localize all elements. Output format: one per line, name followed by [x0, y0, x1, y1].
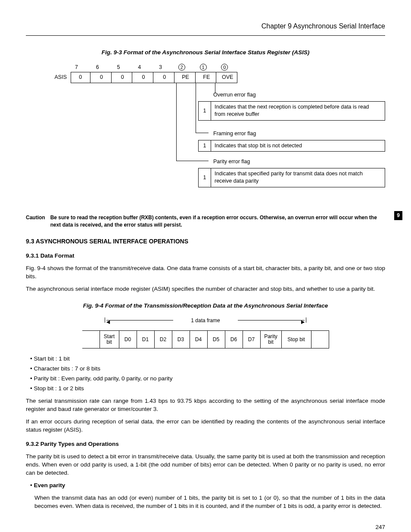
list-item: Start bit : 1 bit	[30, 355, 385, 363]
reg-cell: 0	[134, 72, 153, 83]
reg-cell: FE	[197, 72, 216, 83]
frame-cell: D0	[119, 330, 137, 348]
overrun-flag-block: Overrun error flag 1 Indicates that the …	[198, 91, 385, 121]
page-number: 247	[26, 523, 385, 532]
list-item: Character bits : 7 or 8 bits	[30, 365, 385, 373]
bit-num: 6	[88, 64, 107, 72]
caution-label: Caution	[26, 214, 50, 229]
list-item: Even parity	[30, 482, 385, 490]
parity-list: Even parity	[26, 482, 385, 490]
reg-cell: PE	[176, 72, 196, 83]
frame-range-arrow: ◄ 1 data frame ►	[106, 317, 305, 325]
bit-num: 3	[151, 64, 170, 72]
flag-label: Framing error flag	[198, 130, 385, 138]
frame-pre	[82, 330, 100, 348]
frame-cell: D3	[172, 330, 190, 348]
flag-value: 1	[199, 102, 211, 120]
bit-number-row: 7 6 5 4 3 2 1 0	[67, 63, 234, 72]
bit-definition-list: Start bit : 1 bit Character bits : 7 or …	[26, 355, 385, 393]
frame-cell: D6	[225, 330, 243, 348]
list-item: Parity bit : Even parity, odd parity, 0 …	[30, 375, 385, 383]
body-text: Fig. 9-4 shows the format of the transmi…	[26, 264, 385, 281]
bit-num-circled: 1	[200, 64, 207, 71]
flag-label: Parity error flag	[198, 158, 385, 166]
section-9-3-2-heading: 9.3.2 Parity Types and Operations	[26, 440, 385, 448]
reg-cell: 0	[155, 72, 174, 83]
frame-cell: D2	[154, 330, 172, 348]
caution-text: Be sure to read the reception buffer (RX…	[50, 214, 385, 229]
flag-description: Indicates that specified parity for tran…	[211, 168, 385, 187]
frame-cell: Parity bit	[260, 330, 281, 348]
frame-cell: D4	[190, 330, 207, 348]
reg-cell: OVE	[218, 72, 237, 83]
figure-9-3-title: Fig. 9-3 Format of the Asynchronous Seri…	[26, 49, 385, 57]
reg-cell: 0	[113, 72, 132, 83]
body-text: If an error occurs during reception of s…	[26, 418, 385, 434]
bit-num-circled: 2	[178, 64, 185, 71]
chapter-tab: 9	[394, 211, 402, 220]
frame-diagram: ◄ 1 data frame ► Start bit D0 D1 D2 D3 D…	[26, 317, 385, 348]
body-text: When the transmit data has an odd (or ev…	[26, 494, 385, 510]
frame-cell: Start bit	[100, 330, 119, 348]
reg-cell: 0	[71, 72, 90, 83]
register-cells: 0 0 0 0 0 PE FE OVE	[71, 72, 237, 83]
body-text: The asynchronous serial interface mode r…	[26, 285, 385, 293]
figure-9-4-title: Fig. 9-4 Format of the Transmission/Rece…	[26, 302, 385, 310]
register-row: ASIS 0 0 0 0 0 PE FE OVE	[52, 72, 237, 83]
frame-label: 1 data frame	[191, 317, 220, 324]
parity-flag-block: Parity error flag 1 Indicates that speci…	[198, 158, 385, 187]
section-9-3-1-heading: 9.3.1 Data Format	[26, 252, 385, 260]
frame-cell: D1	[137, 330, 154, 348]
section-9-3-heading: 9.3 ASYNCHRONOUS SERIAL INTERFACE OPERAT…	[26, 237, 385, 246]
framing-flag-block: Framing error flag 1 Indicates that stop…	[198, 130, 385, 152]
flag-description: Indicates that the next reception is com…	[211, 102, 385, 120]
register-name: ASIS	[52, 74, 69, 81]
caution-note: Caution Be sure to read the reception bu…	[26, 214, 385, 229]
bit-num-circled: 0	[221, 64, 228, 71]
frame-cell: D5	[207, 330, 225, 348]
body-text: The serial transmission rate can range f…	[26, 397, 385, 414]
connector-line	[196, 83, 196, 133]
flag-value: 1	[199, 168, 211, 187]
body-text: The parity bit is used to detect a bit e…	[26, 453, 385, 477]
frame-boxes: Start bit D0 D1 D2 D3 D4 D5 D6 D7 Parity…	[26, 330, 385, 348]
bit-num: 5	[109, 64, 128, 72]
flag-description: Indicates that stop bit is not detected	[211, 140, 385, 152]
reg-cell: 0	[92, 72, 112, 83]
bit-num: 7	[67, 64, 86, 72]
even-parity-label: Even parity	[34, 482, 65, 488]
flag-label: Overrun error flag	[198, 91, 385, 99]
register-diagram: 7 6 5 4 3 2 1 0 ASIS 0 0 0 0 0 PE FE OVE…	[26, 63, 385, 205]
page-header: Chapter 9 Asynchronous Serial Interface	[26, 22, 385, 36]
frame-cell: D7	[243, 330, 260, 348]
frame-cell: Stop bit	[281, 330, 311, 348]
bit-num: 4	[130, 64, 149, 72]
list-item: Stop bit : 1 or 2 bits	[30, 385, 385, 393]
connector-line	[176, 83, 177, 161]
flag-value: 1	[199, 140, 211, 152]
frame-post	[311, 330, 329, 348]
